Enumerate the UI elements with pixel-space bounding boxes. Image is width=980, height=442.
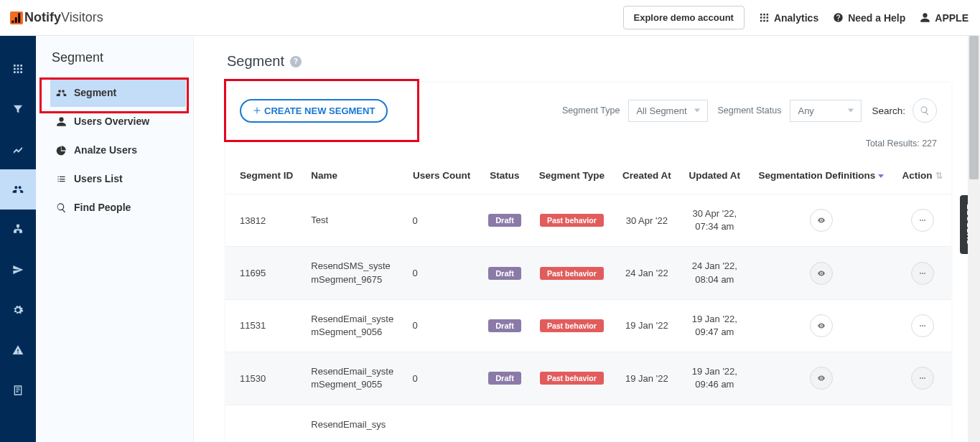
cell-users: 0 xyxy=(404,352,480,405)
sidebar-item-label: Analze Users xyxy=(74,144,137,156)
help-icon[interactable]: ? xyxy=(290,56,302,67)
svg-point-1 xyxy=(922,220,923,221)
logo-text-b: Visitors xyxy=(61,10,103,25)
table-row[interactable]: 11695ResendSMS_systemSegment_96750DraftP… xyxy=(225,247,951,299)
col-type[interactable]: Segment Type xyxy=(530,157,613,194)
rail-item-dashboard[interactable] xyxy=(0,49,36,89)
segment-card: CREATE NEW SEGMENT Segment Type All Segm… xyxy=(225,83,951,442)
cell-id: 11695 xyxy=(225,247,302,299)
table-row[interactable]: 11531ResendEmail_systemSegment_90560Draf… xyxy=(225,299,951,352)
cell-name: ResendEmail_sys xyxy=(302,405,403,442)
analytics-link[interactable]: Analytics xyxy=(759,12,818,24)
cell-name: ResendSMS_systemSegment_9675 xyxy=(302,247,403,299)
create-segment-button[interactable]: CREATE NEW SEGMENT xyxy=(240,99,388,123)
cell-type: Past behavior xyxy=(530,194,613,247)
rail-item-settings[interactable] xyxy=(0,290,36,330)
analytics-label: Analytics xyxy=(774,12,818,24)
filter-type-label: Segment Type xyxy=(562,105,620,116)
svg-point-9 xyxy=(920,377,921,379)
cell-created: 24 Jan '22 xyxy=(614,247,681,299)
svg-point-7 xyxy=(922,325,923,326)
svg-point-3 xyxy=(920,273,921,274)
sidebar-item-find-people[interactable]: Find People xyxy=(50,193,193,222)
row-action-button[interactable] xyxy=(911,367,934,390)
col-users[interactable]: Users Count xyxy=(404,157,480,194)
col-status[interactable]: Status xyxy=(480,157,530,194)
sidebar-item-segment[interactable]: Segment xyxy=(50,78,186,107)
svg-point-4 xyxy=(922,273,923,274)
col-action[interactable]: Action⇅ xyxy=(893,157,951,194)
search-button[interactable] xyxy=(913,98,937,123)
cell-id: 11530 xyxy=(225,352,302,405)
col-name[interactable]: Name xyxy=(302,157,403,194)
table-row[interactable]: 13812Test0DraftPast behavior30 Apr '2230… xyxy=(225,194,951,247)
rail-item-analytics[interactable] xyxy=(0,129,36,169)
segment-type-select[interactable]: All Segment xyxy=(628,100,707,122)
rail-item-filter[interactable] xyxy=(0,89,36,129)
sidebar-item-users-list[interactable]: Users List xyxy=(50,164,193,193)
cell-id: 13812 xyxy=(225,194,302,247)
cell-type: Past behavior xyxy=(530,299,613,352)
create-segment-label: CREATE NEW SEGMENT xyxy=(264,105,375,116)
sort-icon: ⇅ xyxy=(935,171,943,181)
user-icon xyxy=(920,12,930,23)
filter-segment-status: Segment Status Any xyxy=(718,100,862,122)
search-label: Search: xyxy=(872,105,905,116)
sidebar-item-label: Segment xyxy=(74,87,116,98)
user-label: APPLE xyxy=(935,12,969,24)
row-action-button[interactable] xyxy=(911,314,934,337)
cell-created: 30 Apr '22 xyxy=(614,194,681,247)
sidebar-item-analyze-users[interactable]: Analze Users xyxy=(50,136,193,164)
table-row[interactable]: ResendEmail_sys xyxy=(225,405,951,442)
table-row[interactable]: 11530ResendEmail_systemSegment_90550Draf… xyxy=(225,352,951,405)
view-definition-button[interactable] xyxy=(810,262,833,285)
col-id[interactable]: Segment ID xyxy=(225,157,302,194)
help-link[interactable]: Need a Help xyxy=(833,12,905,24)
cell-action xyxy=(893,405,951,442)
explore-demo-button[interactable]: Explore demo account xyxy=(623,6,745,29)
search-icon xyxy=(920,105,930,116)
sidebar-item-label: Users List xyxy=(74,173,123,184)
cell-created: 19 Jan '22 xyxy=(614,299,681,352)
page-title: Segment ? xyxy=(227,53,951,70)
segment-status-select[interactable]: Any xyxy=(790,100,862,122)
filter-segment-type: Segment Type All Segment xyxy=(562,100,707,122)
row-action-button[interactable] xyxy=(911,209,934,232)
cell-defs xyxy=(750,194,894,247)
scrollbar-thumb[interactable] xyxy=(969,36,979,179)
logo[interactable]: NotifyVisitors xyxy=(10,10,103,25)
svg-point-11 xyxy=(924,377,925,379)
cell-updated: 19 Jan '22,09:46 am xyxy=(680,352,749,405)
cell-status: Draft xyxy=(480,194,530,247)
cell-type: Past behavior xyxy=(530,247,613,299)
col-updated[interactable]: Updated At xyxy=(680,157,749,194)
sidebar-item-users-overview[interactable]: Users Overview xyxy=(50,107,193,136)
search-group: Search: xyxy=(872,98,937,123)
rail-item-sitemap[interactable] xyxy=(0,210,36,250)
cell-type: Past behavior xyxy=(530,352,613,405)
sort-desc-icon xyxy=(878,174,884,178)
view-definition-button[interactable] xyxy=(810,209,833,232)
col-defs[interactable]: Segmentation Definitions xyxy=(750,157,894,194)
row-action-button[interactable] xyxy=(911,262,934,285)
rail-item-report[interactable] xyxy=(0,370,36,410)
user-menu[interactable]: APPLE xyxy=(920,12,969,24)
svg-point-10 xyxy=(922,377,923,379)
cell-users: 0 xyxy=(404,247,480,299)
cell-updated: 30 Apr '22,07:34 am xyxy=(680,194,749,247)
cell-status: Draft xyxy=(480,299,530,352)
rail-item-send[interactable] xyxy=(0,250,36,290)
page-title-text: Segment xyxy=(227,53,284,70)
view-definition-button[interactable] xyxy=(810,314,833,337)
cell-name: Test xyxy=(302,194,403,247)
cell-users xyxy=(404,405,480,442)
cell-updated: 19 Jan '22,09:47 am xyxy=(680,299,749,352)
cell-name: ResendEmail_systemSegment_9056 xyxy=(302,299,403,352)
rail-item-users[interactable] xyxy=(0,169,36,210)
cell-users: 0 xyxy=(404,299,480,352)
col-created[interactable]: Created At xyxy=(614,157,681,194)
rail-item-alert[interactable] xyxy=(0,330,36,370)
cell-id xyxy=(225,405,302,442)
scrollbar[interactable] xyxy=(968,36,980,442)
view-definition-button[interactable] xyxy=(810,367,833,390)
